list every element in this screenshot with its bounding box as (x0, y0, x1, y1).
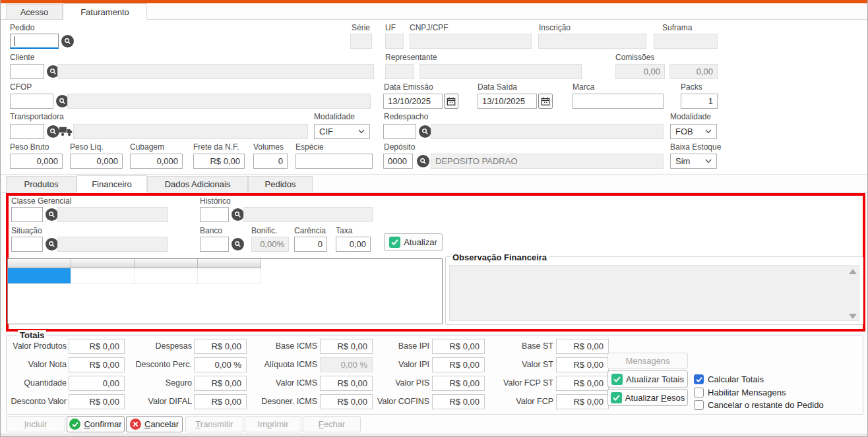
observacao-financeira-textarea[interactable] (449, 265, 859, 321)
historico-search-icon[interactable] (232, 208, 244, 221)
base-st-field[interactable]: R$ 0,00 (556, 339, 609, 354)
representante-name-field (419, 64, 582, 79)
redespacho-name-field (431, 124, 664, 139)
cfop-input[interactable] (10, 94, 53, 109)
pedido-search-icon[interactable] (61, 35, 74, 47)
cliente-input[interactable] (10, 64, 44, 79)
valor-difal-field[interactable]: R$ 0,00 (194, 394, 247, 409)
data-emissao-calendar-icon[interactable] (444, 94, 458, 109)
desconto-valor-field[interactable]: R$ 0,00 (69, 394, 125, 409)
valor-nota-field[interactable]: R$ 0,00 (69, 357, 125, 372)
packs-input[interactable]: 1 (681, 94, 718, 109)
redespacho-search-icon[interactable] (419, 125, 431, 138)
atualizar-totais-button[interactable]: Atualizar Totais (607, 370, 688, 388)
tab-financeiro[interactable]: Financeiro (77, 175, 147, 192)
tab-pedidos[interactable]: Pedidos (248, 176, 313, 192)
observacao-financeira-title: Observação Financeira (450, 252, 549, 262)
habilitar-mensagens-checkbox[interactable] (694, 388, 704, 397)
calcular-totais-checkbox[interactable] (694, 374, 704, 384)
incluir-button[interactable]: Incluir (6, 416, 65, 432)
peso-bruto-input[interactable]: 0,000 (10, 154, 63, 169)
pedido-input[interactable] (10, 34, 59, 49)
comissao-1-field: 0,00 (615, 64, 665, 79)
cancelar-restante-checkbox[interactable] (694, 400, 704, 410)
tab-faturamento[interactable]: Faturamento (63, 3, 147, 20)
desconto-perc-field[interactable]: 0,00 % (194, 357, 247, 372)
redespacho-input[interactable] (383, 124, 416, 139)
cancelar-label: Cancelar (144, 419, 179, 429)
data-saida-calendar-icon[interactable] (538, 94, 553, 109)
scroll-down-icon[interactable] (849, 314, 857, 319)
grid-cell[interactable] (135, 268, 198, 284)
data-saida-input[interactable]: 13/10/2025 (478, 94, 537, 109)
cubagem-input[interactable]: 0,000 (130, 154, 183, 169)
grid-header-cell (71, 259, 135, 268)
historico-input[interactable] (200, 207, 229, 222)
despesas-field[interactable]: R$ 0,00 (194, 339, 247, 354)
baixa-estoque-select[interactable]: Sim (670, 154, 717, 169)
cancel-x-icon (130, 419, 141, 430)
situacao-input[interactable] (11, 237, 43, 252)
confirmar-button[interactable]: Confirmar (67, 416, 125, 432)
transportadora-search-icon[interactable] (47, 125, 59, 138)
grid-cell[interactable] (198, 268, 261, 284)
fechar-button[interactable]: Fechar (303, 416, 361, 432)
atualizar-button[interactable]: Atualizar (384, 233, 443, 251)
tab-produtos-label: Produtos (24, 179, 58, 189)
marca-input[interactable] (573, 94, 664, 109)
data-emissao-input[interactable]: 13/10/2025 (383, 94, 443, 109)
modalidade-frete-select[interactable]: CIF (314, 124, 370, 139)
aliquota-icms-field: 0,00 % (320, 357, 373, 372)
deposito-input[interactable]: 0000 (383, 154, 413, 169)
quantidade-field[interactable]: 0,00 (69, 376, 125, 391)
modalidade-redespacho-select[interactable]: FOB (670, 124, 717, 139)
especie-input[interactable] (295, 154, 373, 169)
valor-fcp-st-field[interactable]: R$ 0,00 (556, 376, 609, 391)
atualizar-pesos-button[interactable]: Atualizar Pesos (607, 389, 688, 406)
tab-acesso[interactable]: Acesso (6, 4, 63, 19)
classe-gerencial-input[interactable] (11, 207, 43, 222)
valor-ipi-field[interactable]: R$ 0,00 (432, 357, 485, 372)
desoner-icms-field[interactable]: R$ 0,00 (320, 394, 373, 409)
seguro-field[interactable]: R$ 0,00 (194, 376, 247, 391)
valor-pis-field[interactable]: R$ 0,00 (432, 376, 485, 391)
volumes-label: Volumes (253, 142, 284, 152)
frete-nf-input[interactable]: R$ 0,00 (193, 154, 245, 169)
situacao-search-icon[interactable] (46, 238, 58, 250)
imprimir-button[interactable]: Imprimir (245, 416, 301, 432)
cnpj-cpf-field (410, 34, 532, 49)
scroll-up-icon[interactable] (849, 269, 857, 274)
taxa-input[interactable]: 0,00 (336, 237, 371, 252)
carencia-input[interactable]: 0 (294, 237, 327, 252)
cancelar-button[interactable]: Cancelar (126, 416, 183, 432)
transmitir-button[interactable]: Transmitir (185, 416, 243, 432)
valor-fcp-field[interactable]: R$ 0,00 (556, 394, 609, 409)
taxa-label: Taxa (336, 226, 352, 235)
grid-cell-selected[interactable] (8, 268, 71, 284)
text-caret (15, 36, 15, 46)
valor-cofins-field[interactable]: R$ 0,00 (432, 394, 485, 409)
valor-produtos-field[interactable]: R$ 0,00 (69, 339, 125, 354)
valor-pis-label: Valor PIS (367, 378, 429, 388)
truck-icon[interactable] (59, 126, 73, 139)
incluir-label: Incluir (24, 419, 47, 429)
aliquota-icms-label: Alíquota ICMS (255, 360, 317, 369)
banco-search-icon[interactable] (232, 238, 244, 250)
tab-dados-adicionais[interactable]: Dados Adicionais (147, 176, 248, 192)
tab-produtos[interactable]: Produtos (6, 176, 77, 192)
peso-liq-input[interactable]: 0,000 (70, 154, 123, 169)
mensagens-button[interactable]: Mensagens (607, 353, 688, 369)
serie-label: Série (352, 23, 370, 32)
valor-st-field[interactable]: R$ 0,00 (556, 357, 609, 372)
modalidade-redespacho-label: Modalidade (670, 112, 711, 121)
data-emissao-label: Data Emissão (384, 82, 433, 92)
base-ipi-field[interactable]: R$ 0,00 (432, 339, 485, 354)
base-icms-field[interactable]: R$ 0,00 (320, 339, 373, 354)
volumes-input[interactable]: 0 (253, 154, 288, 169)
deposito-search-icon[interactable] (417, 155, 429, 167)
banco-input[interactable] (200, 237, 229, 252)
transportadora-input[interactable] (10, 124, 44, 139)
grid-cell[interactable] (71, 268, 135, 284)
valor-icms-field[interactable]: R$ 0,00 (320, 376, 373, 391)
classe-gerencial-search-icon[interactable] (46, 208, 58, 221)
